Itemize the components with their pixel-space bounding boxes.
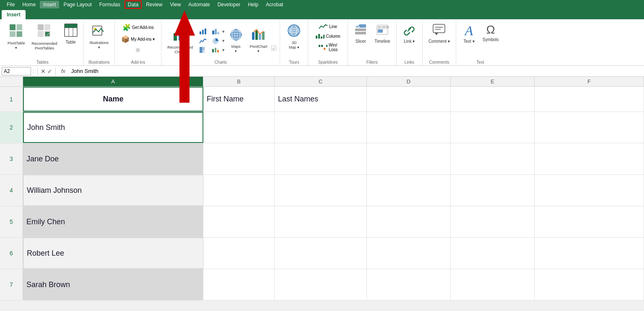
cell-b1[interactable]: First Name — [203, 87, 275, 111]
cell-d4[interactable] — [367, 175, 451, 206]
svg-rect-23 — [184, 31, 187, 41]
cell-f5[interactable] — [535, 206, 644, 237]
cell-f2[interactable] — [535, 112, 644, 143]
cell-c3[interactable] — [275, 143, 367, 174]
cell-c5[interactable] — [275, 206, 367, 237]
cell-e4[interactable] — [451, 175, 535, 206]
cell-e3[interactable] — [451, 143, 535, 174]
menu-help[interactable]: Help — [244, 1, 262, 8]
cell-a4[interactable]: William Johnson — [23, 175, 203, 206]
cell-c4[interactable] — [275, 175, 367, 206]
menu-developer[interactable]: Developer — [214, 1, 244, 8]
col-header-c[interactable]: C — [275, 77, 367, 86]
cell-reference-input[interactable] — [2, 67, 31, 75]
extra-add-in-button[interactable]: ⊕ — [118, 45, 158, 54]
table-button[interactable]: Table — [62, 22, 80, 47]
slicer-button[interactable]: Slicer — [351, 22, 370, 46]
cell-b3[interactable] — [203, 143, 275, 174]
cell-c6[interactable] — [275, 238, 367, 269]
cell-d6[interactable] — [367, 238, 451, 269]
cell-f4[interactable] — [535, 175, 644, 206]
menu-acrobat[interactable]: Acrobat — [262, 1, 286, 8]
cell-d5[interactable] — [367, 206, 451, 237]
cell-d3[interactable] — [367, 143, 451, 174]
menu-formulas[interactable]: Formulas — [96, 1, 124, 8]
cell-a6[interactable]: Robert Lee — [23, 238, 203, 269]
hier-dropdown[interactable]: ▾ — [222, 47, 225, 53]
cell-a1[interactable]: Name — [23, 87, 203, 111]
cell-b5[interactable] — [203, 206, 275, 237]
symbols-button[interactable]: Ω Symbols — [480, 22, 501, 44]
menu-home[interactable]: Home — [19, 1, 39, 8]
bar-chart-button[interactable] — [197, 27, 209, 36]
tab-insert[interactable]: Insert — [2, 10, 26, 19]
links-group-label: Links — [400, 60, 419, 65]
cell-f7[interactable] — [535, 269, 644, 300]
cell-a2[interactable]: John Smith — [23, 112, 203, 143]
col-header-d[interactable]: D — [367, 77, 451, 86]
illustrations-button[interactable]: Illustrations▾ — [87, 22, 112, 52]
col-header-b[interactable]: B — [203, 77, 275, 86]
cell-e7[interactable] — [451, 269, 535, 300]
menu-insert[interactable]: Insert — [40, 1, 59, 8]
scatter-chart-button[interactable] — [197, 36, 209, 45]
cell-f1[interactable] — [535, 87, 644, 111]
my-add-ins-button[interactable]: 📦 My Add-ins ▾ — [118, 34, 158, 45]
menu-automate[interactable]: Automate — [185, 1, 213, 8]
charts-expand[interactable]: ⤢ — [271, 46, 276, 52]
col-header-a[interactable]: A — [23, 77, 203, 86]
cell-e5[interactable] — [451, 206, 535, 237]
scatter-dropdown[interactable]: ▾ — [222, 38, 225, 44]
cell-b4[interactable] — [203, 175, 275, 206]
cell-e6[interactable] — [451, 238, 535, 269]
pie-chart-button[interactable] — [210, 36, 221, 45]
menu-page-layout[interactable]: Page Layout — [60, 1, 95, 8]
3d-map-button[interactable]: 3DMap ▾ — [283, 22, 304, 52]
cell-b2[interactable] — [203, 112, 275, 143]
link-button[interactable]: Link ▾ — [400, 22, 419, 46]
group-tables-content: PivotTable▾ ✓ RecommendedP — [5, 22, 80, 60]
waterfall-chart-button[interactable] — [210, 45, 221, 54]
cell-a7[interactable]: Sarah Brown — [23, 269, 203, 300]
column-sparkline-button[interactable]: Column — [312, 31, 344, 41]
cell-d2[interactable] — [367, 112, 451, 143]
cell-c2[interactable] — [275, 112, 367, 143]
cell-c1[interactable]: Last Names — [275, 87, 367, 111]
menu-review[interactable]: Review — [143, 1, 166, 8]
pivot-table-button[interactable]: PivotTable▾ — [5, 22, 28, 52]
cell-f3[interactable] — [535, 143, 644, 174]
line-sparkline-button[interactable]: Line — [312, 22, 344, 31]
menu-data[interactable]: Data — [125, 0, 142, 9]
cell-d7[interactable] — [367, 269, 451, 300]
formula-bar-x[interactable]: ✕ — [41, 68, 46, 75]
text-button[interactable]: A Text ▾ — [460, 22, 478, 46]
bar-dropdown[interactable]: ▾ — [222, 29, 225, 34]
cell-a3[interactable]: Jane Doe — [23, 143, 203, 174]
menu-file[interactable]: File — [3, 1, 18, 8]
col-header-f[interactable]: F — [535, 77, 644, 86]
cell-c7[interactable] — [275, 269, 367, 300]
charts-group-label: Charts — [165, 60, 276, 65]
cell-a5[interactable]: Emily Chen — [23, 206, 203, 237]
formula-bar-check[interactable]: ✓ — [47, 68, 52, 75]
maps-button[interactable]: Maps▾ — [226, 26, 245, 55]
svg-rect-29 — [212, 31, 214, 34]
timeline-button[interactable]: Jan Feb Mar Timeline — [372, 22, 393, 46]
cell-b6[interactable] — [203, 238, 275, 269]
col-header-e[interactable]: E — [451, 77, 535, 86]
cell-f6[interactable] — [535, 238, 644, 269]
column-chart-button[interactable] — [210, 27, 221, 36]
formula-input[interactable] — [70, 67, 642, 75]
cell-d1[interactable] — [367, 87, 451, 111]
get-add-ins-button[interactable]: 🧩 Get Add-ins — [118, 22, 158, 33]
cell-b7[interactable] — [203, 269, 275, 300]
recommended-pivottables-button[interactable]: ✓ RecommendedPivotTables — [29, 22, 60, 52]
cell-e2[interactable] — [451, 112, 535, 143]
pivot-chart-button[interactable]: PivotChart▾ — [247, 26, 270, 55]
cell-e1[interactable] — [451, 87, 535, 111]
menu-view[interactable]: View — [167, 1, 184, 8]
comment-button[interactable]: Comment ▾ — [426, 22, 452, 46]
hierarchy-chart-button[interactable] — [197, 45, 209, 54]
recommended-charts-button[interactable]: ✓ RecommendedCharts — [165, 26, 195, 56]
win-loss-button[interactable]: Win/Loss — [312, 41, 344, 54]
